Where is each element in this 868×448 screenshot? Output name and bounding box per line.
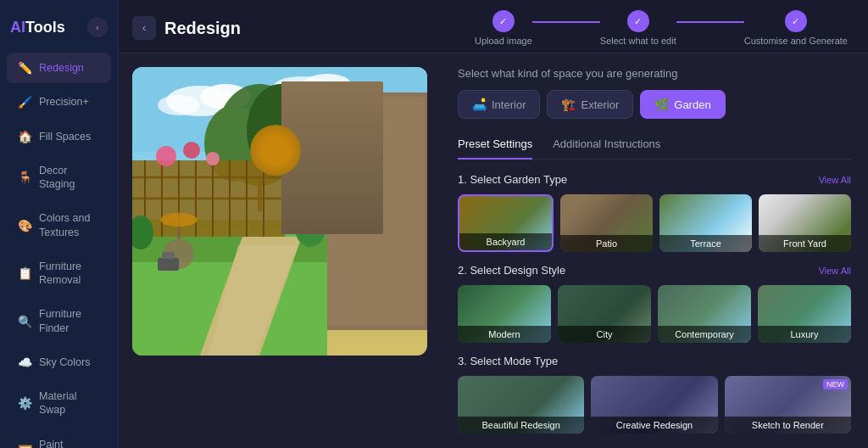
garden-icon: 🌿 [654, 98, 669, 111]
design-style-header: 2. Select Design Style View All [458, 264, 851, 277]
svg-rect-36 [158, 258, 179, 271]
sidebar-item-label: Paint Visualizer [39, 438, 101, 449]
design-style-section: 2. Select Design Style View All Modern C… [458, 264, 851, 343]
sidebar-item-label: Decor Staging [39, 164, 101, 192]
sidebar-item-colors-textures[interactable]: 🎨 Colors and Textures [7, 203, 111, 248]
sidebar-item-label: Fill Spaces [39, 130, 91, 143]
material-swap-icon: ⚙️ [17, 396, 32, 410]
step-3-label: Customise and Generate [744, 36, 848, 46]
back-button[interactable]: ‹ [132, 16, 156, 40]
card-modern-label: Modern [458, 326, 551, 343]
sky-colors-icon: ☁️ [17, 356, 32, 369]
sidebar-item-material-swap[interactable]: ⚙️ Material Swap [7, 381, 111, 426]
step-2-label: Select what to edit [600, 36, 676, 46]
svg-rect-13 [132, 160, 285, 245]
interior-label: Interior [492, 98, 526, 111]
content-area: Select what kind of space you are genera… [119, 53, 868, 448]
sidebar-item-redesign[interactable]: ✏️ Redesign [7, 53, 111, 83]
step-customise: ✓ Customise and Generate [744, 10, 848, 46]
sidebar-item-paint-visualizer[interactable]: 🖼️ Paint Visualizer [7, 429, 111, 449]
header: ‹ Redesign ✓ Upload image ✓ Select what … [119, 0, 868, 53]
step-select: ✓ Select what to edit [600, 10, 676, 46]
uploaded-image-container [132, 67, 427, 356]
mode-type-section: 3. Select Mode Type Beautiful Redesign C… [458, 355, 851, 434]
fill-spaces-icon: 🏠 [17, 130, 32, 143]
svg-point-26 [206, 152, 220, 165]
card-frontyard[interactable]: Front Yard [759, 194, 851, 252]
sidebar-item-furniture-finder[interactable]: 🔍 Furniture Finder [7, 299, 111, 344]
card-modern[interactable]: Modern [458, 285, 551, 343]
sidebar-item-precision[interactable]: 🖌️ Precision+ [7, 87, 111, 117]
collapse-sidebar-button[interactable]: ‹ [87, 17, 108, 37]
new-badge: NEW [823, 379, 848, 389]
card-beautiful-label: Beautiful Redesign [458, 417, 584, 434]
step-upload: ✓ Upload image [475, 10, 532, 46]
card-luxury[interactable]: Luxury [758, 285, 851, 343]
tab-preset-settings[interactable]: Preset Settings [458, 132, 532, 159]
design-style-title: 2. Select Design Style [458, 264, 565, 277]
sidebar-item-decor-staging[interactable]: 🪑 Decor Staging [7, 155, 111, 200]
card-backyard-label: Backyard [459, 233, 552, 250]
sidebar-item-sky-colors[interactable]: ☁️ Sky Colors [7, 347, 111, 378]
precision-icon: 🖌️ [17, 95, 32, 109]
mode-type-header: 3. Select Mode Type [458, 355, 851, 367]
svg-point-33 [160, 213, 198, 227]
svg-rect-8 [323, 97, 425, 326]
exterior-icon: 🏗️ [561, 98, 576, 111]
panel-tabs: Preset Settings Additional Instructions [458, 132, 851, 160]
card-patio[interactable]: Patio [560, 194, 653, 252]
card-frontyard-label: Front Yard [759, 235, 851, 252]
card-city[interactable]: City [558, 285, 651, 343]
svg-rect-37 [162, 252, 175, 259]
logo-area: AITools ‹ [0, 10, 118, 51]
space-type-label: Select what kind of space you are genera… [458, 67, 851, 80]
garden-type-header: 1. Select Garden Type View All [458, 173, 851, 186]
garden-button[interactable]: 🌿 Garden [640, 90, 725, 119]
svg-point-11 [247, 84, 314, 177]
step-2-circle: ✓ [627, 10, 649, 32]
image-area [119, 53, 441, 448]
card-backyard[interactable]: Backyard [458, 194, 554, 252]
card-beautiful-redesign[interactable]: Beautiful Redesign [458, 376, 584, 434]
card-contemporary[interactable]: Contemporary [658, 285, 751, 343]
sidebar-item-furniture-removal[interactable]: 📋 Furniture Removal [7, 251, 111, 296]
garden-type-view-all[interactable]: View All [819, 175, 851, 185]
step-1-label: Upload image [475, 36, 532, 46]
sidebar-item-label: Furniture Finder [39, 307, 101, 335]
card-sketch-label: Sketch to Render [725, 417, 851, 434]
mode-type-title: 3. Select Mode Type [458, 355, 558, 367]
design-style-view-all[interactable]: View All [819, 266, 851, 276]
interior-button[interactable]: 🛋️ Interior [458, 90, 540, 119]
tab-additional-instructions[interactable]: Additional Instructions [553, 132, 660, 159]
decor-staging-icon: 🪑 [17, 171, 32, 184]
card-contemporary-label: Contemporary [658, 326, 751, 343]
page-title: Redesign [164, 19, 241, 38]
furniture-finder-icon: 🔍 [17, 315, 32, 328]
sidebar-item-label: Sky Colors [39, 356, 90, 369]
furniture-removal-icon: 📋 [17, 266, 32, 280]
step-1-circle: ✓ [492, 10, 515, 32]
svg-point-25 [183, 142, 200, 159]
mode-type-cards: Beautiful Redesign Creative Redesign NEW… [458, 376, 851, 434]
exterior-button[interactable]: 🏗️ Exterior [547, 90, 633, 119]
step-3-circle: ✓ [785, 10, 807, 32]
step-connector-1 [532, 21, 600, 23]
garden-type-title: 1. Select Garden Type [458, 173, 567, 186]
right-panel: Select what kind of space you are genera… [441, 53, 868, 448]
exterior-label: Exterior [581, 98, 619, 111]
garden-svg [132, 67, 427, 356]
card-creative-redesign[interactable]: Creative Redesign [591, 376, 717, 434]
sidebar-item-label: Redesign [39, 61, 84, 75]
sidebar-item-label: Furniture Removal [39, 260, 101, 288]
interior-icon: 🛋️ [472, 98, 487, 111]
sidebar-item-fill-spaces[interactable]: 🏠 Fill Spaces [7, 121, 111, 152]
header-left: ‹ Redesign [132, 16, 241, 40]
card-sketch-to-render[interactable]: NEW Sketch to Render [725, 376, 851, 434]
svg-point-24 [156, 146, 176, 166]
svg-point-6 [303, 74, 351, 94]
card-luxury-label: Luxury [758, 326, 851, 343]
garden-type-cards: Backyard Patio Terrace Front Yard [458, 194, 851, 252]
card-terrace[interactable]: Terrace [659, 194, 752, 252]
garden-type-section: 1. Select Garden Type View All Backyard … [458, 173, 851, 252]
sidebar-item-label: Precision+ [39, 95, 89, 109]
